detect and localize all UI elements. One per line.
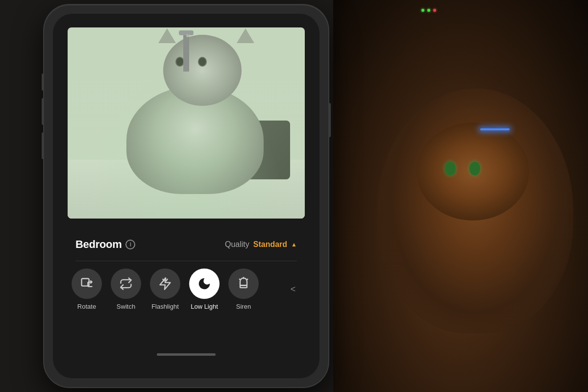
title-left: Bedroom i xyxy=(75,238,135,251)
led-dot-3 xyxy=(433,9,436,12)
quality-label: Quality xyxy=(225,240,249,249)
svg-rect-5 xyxy=(240,286,247,288)
camera-name: Bedroom xyxy=(75,238,122,251)
chevron-button[interactable]: < xyxy=(285,282,301,297)
led-dot-2 xyxy=(427,9,430,12)
flashlight-icon xyxy=(158,277,172,291)
camera-feed xyxy=(68,27,305,219)
nv-overlay xyxy=(68,27,305,219)
rotate-control[interactable]: Rotate xyxy=(72,269,102,310)
switch-button[interactable] xyxy=(111,269,141,299)
bg-cat-area xyxy=(333,0,588,392)
siren-control[interactable]: Siren xyxy=(228,269,259,310)
phone-body: Bedroom i Quality Standard ▲ xyxy=(44,5,328,387)
led-dot-1 xyxy=(421,9,424,12)
phone-screen: Bedroom i Quality Standard ▲ xyxy=(53,14,319,378)
control-buttons-row: Rotate xyxy=(72,269,301,310)
control-buttons-group: Rotate xyxy=(72,269,259,310)
chevron-icon: < xyxy=(291,284,296,294)
volume-down-button[interactable] xyxy=(42,98,44,125)
power-button[interactable] xyxy=(328,103,331,137)
svg-line-7 xyxy=(247,279,248,280)
siren-label: Siren xyxy=(236,303,251,310)
phone-device: Bedroom i Quality Standard ▲ xyxy=(44,5,328,387)
switch-control[interactable]: Switch xyxy=(111,269,141,310)
led-indicator-group xyxy=(421,9,436,12)
low-light-control[interactable]: Low Light xyxy=(189,269,220,310)
svg-line-4 xyxy=(166,279,167,281)
flashlight-label: Flashlight xyxy=(151,303,179,310)
moon-icon xyxy=(197,277,211,291)
volume-up-button[interactable] xyxy=(42,74,44,91)
svg-line-8 xyxy=(240,279,241,280)
siren-icon xyxy=(237,277,250,291)
low-light-label: Low Light xyxy=(191,303,218,310)
home-indicator xyxy=(157,353,216,356)
siren-button[interactable] xyxy=(228,269,259,299)
switch-icon xyxy=(119,277,133,291)
flashlight-button[interactable] xyxy=(150,269,180,299)
quality-value[interactable]: Standard xyxy=(253,240,287,249)
rotate-icon xyxy=(80,277,94,291)
quality-arrow[interactable]: ▲ xyxy=(291,241,297,248)
controls-area: Bedroom i Quality Standard ▲ xyxy=(62,228,311,369)
rotate-label: Rotate xyxy=(77,303,96,310)
controls-divider xyxy=(75,261,297,261)
mute-switch-button[interactable] xyxy=(42,132,44,159)
flashlight-control[interactable]: Flashlight xyxy=(150,269,180,310)
switch-label: Switch xyxy=(117,303,135,310)
rotate-button[interactable] xyxy=(72,269,102,299)
info-icon[interactable]: i xyxy=(125,240,135,249)
cat-eye-right-bg xyxy=(469,162,480,175)
low-light-button[interactable] xyxy=(189,269,220,299)
title-row: Bedroom i Quality Standard ▲ xyxy=(75,238,297,251)
title-right: Quality Standard ▲ xyxy=(225,240,297,249)
cat-eye-left-bg xyxy=(445,162,456,175)
blue-light-glow xyxy=(480,128,510,130)
